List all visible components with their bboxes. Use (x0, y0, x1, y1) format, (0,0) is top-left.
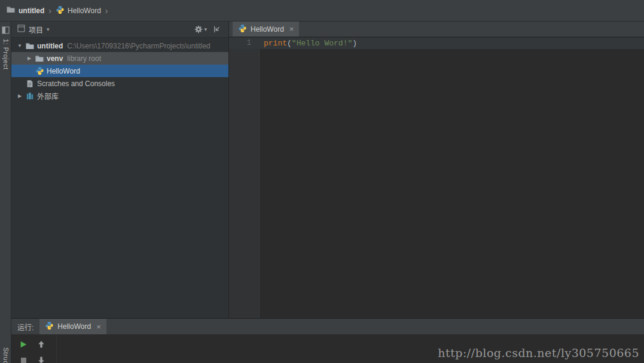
breadcrumb-file-label: HelloWord (68, 7, 101, 15)
run-panel-body: C:\Users\17093216\PycharmProjects\untitl… (11, 335, 644, 363)
run-panel-title: 运行: (17, 322, 33, 332)
tree-item-label: untitled (37, 42, 63, 50)
code-string: "Hello Word!" (292, 39, 352, 48)
python-file-icon (238, 24, 247, 35)
editor-area: HelloWord × 1 print("Hello Word!") (229, 22, 644, 318)
up-stack-button[interactable] (35, 339, 47, 350)
pycharm-window: untitled › HelloWord › 1: Project Struct… (0, 0, 644, 363)
editor-content[interactable]: 1 print("Hello Word!") (229, 38, 644, 318)
project-stripe-label: 1: Project (2, 39, 10, 69)
code-keyword: print (264, 39, 287, 48)
hide-panel-button[interactable] (212, 24, 222, 35)
code-paren: ) (352, 39, 357, 48)
editor-gutter[interactable] (229, 38, 260, 318)
run-panel-header: 运行: HelloWord × (11, 319, 644, 335)
project-tool-icon (2, 26, 10, 36)
run-tab-helloword[interactable]: HelloWord × (39, 319, 106, 334)
folder-icon (25, 41, 35, 51)
python-file-icon (34, 66, 45, 76)
rerun-button[interactable] (17, 339, 29, 350)
breadcrumb-project[interactable]: untitled (6, 5, 44, 16)
chevron-down-icon: ▾ (204, 26, 207, 32)
run-toolbar (11, 335, 57, 363)
tree-item-label: Scratches and Consoles (37, 80, 115, 88)
line-number[interactable]: 1 (229, 38, 260, 49)
tree-item-path: C:\Users\17093216\PycharmProjects\untitl… (67, 42, 210, 50)
gear-icon (194, 25, 203, 33)
libraries-icon (25, 91, 35, 101)
tree-item-label: venv (47, 54, 63, 63)
stop-icon (20, 356, 28, 363)
tree-item-external-libraries[interactable]: ▶ 外部库 (11, 90, 228, 102)
project-tool-window: 项目 ▾ ▾ ▼ untitled C:\Users\17093216\Pych… (11, 22, 229, 318)
run-tool-window: 运行: HelloWord × (11, 318, 644, 363)
expanded-arrow-icon[interactable]: ▼ (15, 43, 25, 48)
breadcrumb-project-label: untitled (19, 7, 44, 15)
project-view-icon (17, 25, 25, 34)
editor-tab-bar: HelloWord × (229, 22, 644, 37)
play-icon (19, 340, 28, 349)
tree-item-helloword[interactable]: HelloWord (11, 65, 228, 77)
tree-item-venv[interactable]: ▶ venv library root (11, 52, 228, 65)
tree-item-label: 外部库 (37, 91, 59, 101)
settings-gear-button[interactable]: ▾ (193, 24, 208, 35)
tree-item-label: HelloWord (47, 67, 80, 75)
chevron-right-icon: › (48, 6, 51, 16)
arrow-down-icon (37, 356, 45, 363)
structure-stripe-label: Structure (2, 347, 10, 363)
run-console[interactable]: C:\Users\17093216\PycharmProjects\untitl… (57, 335, 644, 363)
hide-arrow-icon (213, 25, 221, 33)
arrow-up-icon (37, 340, 45, 349)
tree-item-scratches[interactable]: Scratches and Consoles (11, 77, 228, 90)
close-tab-icon[interactable]: × (289, 25, 294, 33)
collapsed-arrow-icon[interactable]: ▶ (15, 93, 25, 99)
project-stripe-button[interactable]: 1: Project (0, 26, 11, 69)
chevron-right-icon: › (105, 6, 108, 16)
folder-icon (34, 54, 45, 63)
stop-button[interactable] (17, 355, 29, 363)
project-view-selector[interactable]: 项目 (29, 25, 43, 35)
breadcrumb-bar: untitled › HelloWord › (0, 0, 644, 22)
collapsed-arrow-icon[interactable]: ▶ (25, 56, 34, 61)
structure-stripe-button[interactable]: Structure (0, 347, 11, 363)
editor-tab-label: HelloWord (251, 25, 284, 33)
python-file-icon (56, 5, 65, 16)
scratches-icon (25, 79, 35, 89)
chevron-down-icon[interactable]: ▾ (47, 26, 50, 32)
project-tree: ▼ untitled C:\Users\17093216\PycharmProj… (11, 38, 228, 318)
down-stack-button[interactable] (35, 355, 47, 363)
tree-item-untitled[interactable]: ▼ untitled C:\Users\17093216\PycharmProj… (11, 39, 228, 52)
folder-icon (6, 5, 16, 16)
python-file-icon (45, 321, 54, 332)
editor-tab-helloword[interactable]: HelloWord × (233, 22, 299, 36)
code-line: print("Hello Word!") (264, 38, 357, 49)
close-tab-icon[interactable]: × (96, 323, 101, 331)
tool-window-stripe: 1: Project Structure (0, 22, 11, 363)
project-panel-header: 项目 ▾ ▾ (11, 22, 228, 38)
run-tab-label: HelloWord (57, 322, 91, 331)
breadcrumb-file[interactable]: HelloWord (56, 5, 101, 16)
tree-item-hint: library root (67, 54, 101, 63)
code-paren: ( (287, 39, 292, 48)
